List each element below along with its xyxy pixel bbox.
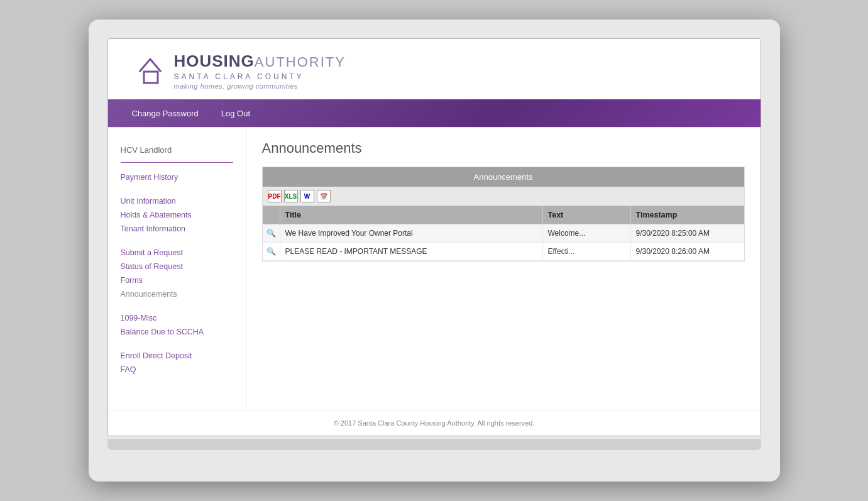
sidebar-item-tenant-information[interactable]: Tenant Information [108,222,246,236]
table-column-headers: Title Text Timestamp [263,206,744,224]
table-row: 🔍 We Have Improved Your Owner Portal Wel… [263,224,744,243]
row-1-search-icon[interactable]: 🔍 [263,224,280,242]
logo-authority: AUTHORITY [255,54,346,70]
table-section-header: Announcements [263,167,744,187]
row-2-timestamp: 9/30/2020 8:26:00 AM [631,243,744,260]
sidebar: HCV Landlord Payment History Unit Inform… [108,128,246,410]
table-row: 🔍 PLEASE READ - IMPORTANT MESSAGE Effect… [263,243,744,261]
sidebar-item-submit-request[interactable]: Submit a Request [108,246,246,260]
row-2-text: Effecti... [543,243,631,260]
sidebar-item-forms[interactable]: Forms [108,273,246,287]
logo-county: SANTA CLARA COUNTY [174,72,346,81]
sidebar-group-3: Submit a Request Status of Request Forms… [108,246,246,301]
sidebar-group-4: 1099-Misc Balance Due to SCCHA [108,311,246,339]
sidebar-group-2: Unit Information Holds & Abatements Tena… [108,194,246,236]
svg-rect-0 [144,72,158,83]
sidebar-item-unit-information[interactable]: Unit Information [108,194,246,208]
sidebar-item-announcements: Announcements [108,287,246,301]
table-toolbar: PDF XLS W 📅 [263,187,744,206]
sidebar-item-faq[interactable]: FAQ [108,363,246,377]
logo-area: HOUSING AUTHORITY SANTA CLARA COUNTY mak… [108,39,761,99]
col-header-icon [263,206,280,224]
row-2-title: PLEASE READ - IMPORTANT MESSAGE [280,243,543,260]
footer-text: © 2017 Santa Clara County Housing Author… [334,419,535,427]
row-2-search-icon[interactable]: 🔍 [263,243,280,260]
col-header-timestamp: Timestamp [631,206,744,224]
announcements-table: Announcements PDF XLS W 📅 Title Text Tim… [262,167,745,262]
logo-tagline: making homes, growing communities [174,82,346,90]
sidebar-item-1099-misc[interactable]: 1099-Misc [108,311,246,325]
nav-change-password[interactable]: Change Password [121,99,210,127]
logo-text: HOUSING AUTHORITY SANTA CLARA COUNTY mak… [174,52,346,90]
sidebar-item-balance-due[interactable]: Balance Due to SCCHA [108,325,246,339]
sidebar-group-1: Payment History [108,170,246,184]
sidebar-divider [121,162,233,163]
export-xls-button[interactable]: XLS [284,190,298,202]
row-1-timestamp: 9/30/2020 8:25:00 AM [631,224,744,242]
sidebar-item-payment-history[interactable]: Payment History [108,170,246,184]
sidebar-item-holds-abatements[interactable]: Holds & Abatements [108,208,246,222]
export-cal-button[interactable]: 📅 [317,190,331,202]
export-pdf-button[interactable]: PDF [268,190,282,202]
export-word-button[interactable]: W [300,190,314,202]
sidebar-item-status-request[interactable]: Status of Request [108,260,246,273]
main-layout: HCV Landlord Payment History Unit Inform… [108,127,761,410]
col-header-title: Title [280,206,543,224]
footer: © 2017 Santa Clara County Housing Author… [108,410,761,436]
content-area: Announcements Announcements PDF XLS W 📅 [246,128,761,410]
col-header-text: Text [543,206,631,224]
page-title: Announcements [262,140,745,157]
sidebar-group-5: Enroll Direct Deposit FAQ [108,349,246,377]
laptop-chin [107,439,761,450]
nav-bar: Change Password Log Out [108,99,761,127]
logo-house-icon [133,53,168,89]
row-1-title: We Have Improved Your Owner Portal [280,224,543,242]
row-1-text: Welcome... [543,224,631,242]
sidebar-item-enroll-direct-deposit[interactable]: Enroll Direct Deposit [108,349,246,363]
sidebar-title: HCV Landlord [108,140,246,162]
logo-housing: HOUSING [174,52,255,71]
nav-log-out[interactable]: Log Out [210,99,261,127]
